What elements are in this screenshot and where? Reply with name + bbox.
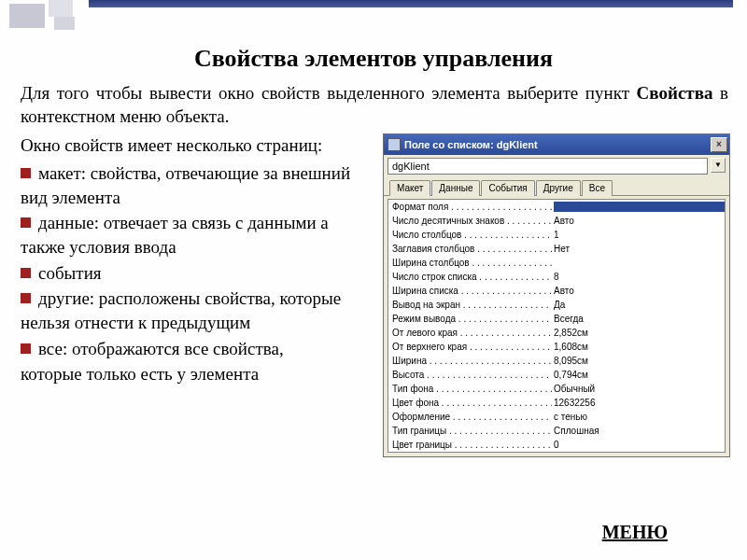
property-label: Число десятичных знаков . . . . . . . . … <box>388 216 552 226</box>
property-value[interactable]: 8 <box>552 272 725 282</box>
page-title: Свойства элементов управления <box>0 45 747 73</box>
property-row[interactable]: Высота . . . . . . . . . . . . . . . . .… <box>388 368 725 382</box>
tab-events[interactable]: События <box>481 180 534 196</box>
property-value[interactable]: с тенью <box>552 412 725 422</box>
bullet-text: данные: отвечает за связь с данными а та… <box>21 213 329 257</box>
property-label: Тип фона . . . . . . . . . . . . . . . .… <box>388 384 552 394</box>
bullet-icon <box>21 217 31 228</box>
properties-window: Поле со списком: dgKlient × dgKlient ▼ М… <box>383 133 730 457</box>
list-item: все: отображаются все свойства, <box>21 337 372 361</box>
property-row[interactable]: Число десятичных знаков . . . . . . . . … <box>388 214 725 228</box>
tab-data[interactable]: Данные <box>431 180 480 196</box>
bullet-icon <box>21 168 31 178</box>
property-row[interactable]: Режим вывода . . . . . . . . . . . . . .… <box>388 312 725 326</box>
property-label: Формат поля . . . . . . . . . . . . . . … <box>388 202 552 212</box>
property-value[interactable]: 1,608см <box>552 342 725 352</box>
window-title: Поле со списком: dgKlient <box>404 139 711 150</box>
tab-layout[interactable]: Макет <box>389 180 430 196</box>
property-value[interactable]: Обычный <box>552 384 725 394</box>
decoration-square <box>49 0 73 17</box>
object-selector[interactable]: dgKlient <box>388 158 708 175</box>
property-row[interactable]: Ширина списка . . . . . . . . . . . . . … <box>388 284 725 298</box>
property-label: Вывод на экран . . . . . . . . . . . . .… <box>388 300 552 310</box>
property-value[interactable]: Авто <box>552 286 725 296</box>
property-row[interactable]: Формат поля . . . . . . . . . . . . . . … <box>388 200 725 214</box>
property-value[interactable]: Да <box>552 300 725 310</box>
property-label: Режим вывода . . . . . . . . . . . . . .… <box>388 314 552 324</box>
property-row[interactable]: Оформление . . . . . . . . . . . . . . .… <box>388 410 725 424</box>
bullet-text: другие: расположены свойства, которые не… <box>21 288 341 332</box>
tabs-row: Макет Данные События Другие Все <box>384 177 729 196</box>
property-row[interactable]: Ширина столбцов . . . . . . . . . . . . … <box>388 256 725 270</box>
selector-value: dgKlient <box>392 161 430 172</box>
property-value[interactable]: Авто <box>552 216 725 226</box>
property-row[interactable]: Цвет фона . . . . . . . . . . . . . . . … <box>388 396 725 410</box>
property-row[interactable]: Ширина . . . . . . . . . . . . . . . . .… <box>388 354 725 368</box>
list-item: макет: свойства, отвечающие за внешний в… <box>21 161 372 209</box>
property-label: Высота . . . . . . . . . . . . . . . . .… <box>388 370 552 380</box>
bullet-icon <box>21 268 31 278</box>
property-row[interactable]: Тип границы . . . . . . . . . . . . . . … <box>388 424 725 438</box>
property-label: Цвет фона . . . . . . . . . . . . . . . … <box>388 398 552 408</box>
window-titlebar[interactable]: Поле со списком: dgKlient × <box>384 134 729 155</box>
property-label: Заглавия столбцов . . . . . . . . . . . … <box>388 244 552 254</box>
dropdown-button[interactable]: ▼ <box>711 158 726 173</box>
property-value[interactable]: 1 <box>552 230 725 240</box>
property-label: Ширина столбцов . . . . . . . . . . . . … <box>388 258 552 268</box>
menu-link[interactable]: МЕНЮ <box>602 522 668 543</box>
property-label: От верхнего края . . . . . . . . . . . .… <box>388 342 552 352</box>
property-row[interactable]: Цвет границы . . . . . . . . . . . . . .… <box>388 438 725 452</box>
properties-list[interactable]: Формат поля . . . . . . . . . . . . . . … <box>388 199 726 453</box>
property-row[interactable]: Тип фона . . . . . . . . . . . . . . . .… <box>388 382 725 396</box>
property-value[interactable]: 12632256 <box>552 398 725 408</box>
property-value[interactable] <box>552 202 725 212</box>
decoration-bar <box>89 0 733 7</box>
bullet-icon <box>21 343 31 354</box>
close-button[interactable]: × <box>711 137 727 152</box>
property-row[interactable]: Число столбцов . . . . . . . . . . . . .… <box>388 228 725 242</box>
property-value[interactable]: Всегда <box>552 314 725 324</box>
property-row[interactable]: Вывод на экран . . . . . . . . . . . . .… <box>388 298 725 312</box>
intro-bold: Свойства <box>637 83 713 103</box>
tab-other[interactable]: Другие <box>536 180 581 196</box>
bullet-text: макет: свойства, отвечающие за внешний в… <box>21 163 350 207</box>
bullet-icon <box>21 293 31 303</box>
property-value[interactable]: 0 <box>552 440 725 450</box>
property-label: Число строк списка . . . . . . . . . . .… <box>388 272 552 282</box>
list-item: события <box>21 261 372 286</box>
property-row[interactable]: Заглавия столбцов . . . . . . . . . . . … <box>388 242 725 256</box>
property-value[interactable]: 8,095см <box>552 356 725 366</box>
property-value[interactable]: Нет <box>552 244 725 254</box>
window-icon <box>388 138 401 151</box>
property-label: Ширина списка . . . . . . . . . . . . . … <box>388 286 552 296</box>
decoration-square <box>9 4 45 28</box>
bullet-text: все: отображаются все свойства, <box>38 339 284 358</box>
tab-all[interactable]: Все <box>582 180 613 196</box>
intro-paragraph: Для того чтобы вывести окно свойств выде… <box>0 82 747 128</box>
property-value[interactable]: Сплошная <box>552 426 725 436</box>
property-label: Тип границы . . . . . . . . . . . . . . … <box>388 426 552 436</box>
subintro-text: Окно свойств имеет несколько страниц: <box>21 133 372 158</box>
property-row[interactable]: От левого края . . . . . . . . . . . . .… <box>388 326 725 340</box>
property-label: Цвет границы . . . . . . . . . . . . . .… <box>388 440 552 450</box>
list-item: другие: расположены свойства, которые не… <box>21 287 372 334</box>
intro-text-before: Для того чтобы вывести окно свойств выде… <box>21 83 637 103</box>
property-label: Ширина . . . . . . . . . . . . . . . . .… <box>388 356 552 366</box>
property-label: Оформление . . . . . . . . . . . . . . .… <box>388 412 552 422</box>
property-label: От левого края . . . . . . . . . . . . .… <box>388 328 552 338</box>
property-label: Число столбцов . . . . . . . . . . . . .… <box>388 230 552 240</box>
bullet-text: события <box>38 263 102 283</box>
property-row[interactable]: Число строк списка . . . . . . . . . . .… <box>388 270 725 284</box>
property-value[interactable]: 0,794см <box>552 370 725 380</box>
property-row[interactable]: От верхнего края . . . . . . . . . . . .… <box>388 340 725 354</box>
list-item: данные: отвечает за связь с данными а та… <box>21 211 372 259</box>
afterlist-text: которые только есть у элемента <box>21 362 372 386</box>
property-value[interactable]: 2,852см <box>552 328 725 338</box>
decoration-square <box>54 17 75 30</box>
